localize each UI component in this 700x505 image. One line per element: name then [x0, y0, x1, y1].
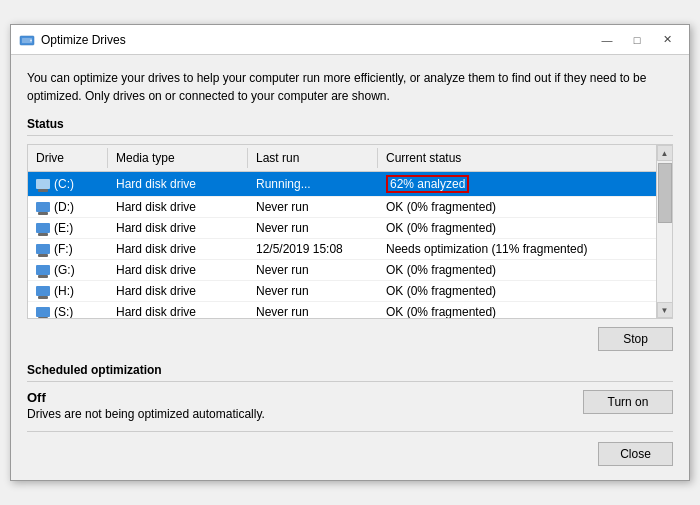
status-cell: OK (0% fragmented)	[378, 302, 656, 318]
table-row[interactable]: (S:) Hard disk drive Never run OK (0% fr…	[28, 302, 656, 318]
last-run-cell: Never run	[248, 197, 378, 217]
last-run-cell: Never run	[248, 281, 378, 301]
status-cell: OK (0% fragmented)	[378, 281, 656, 301]
drive-cell: (S:)	[28, 302, 108, 318]
main-content: You can optimize your drives to help you…	[11, 55, 689, 480]
scheduled-label: Scheduled optimization	[27, 363, 673, 377]
table-body: (C:) Hard disk drive Running... 62% anal…	[28, 172, 656, 318]
last-run-cell: Never run	[248, 218, 378, 238]
status-highlight: 62% analyzed	[386, 175, 469, 193]
drive-cell: (H:)	[28, 281, 108, 301]
optimize-drives-window: Optimize Drives — □ ✕ You can optimize y…	[10, 24, 690, 481]
drive-icon	[36, 244, 50, 254]
drive-cell: (F:)	[28, 239, 108, 259]
col-last-run: Last run	[248, 148, 378, 168]
table-scrollbar[interactable]: ▲ ▼	[656, 145, 672, 318]
scroll-thumb[interactable]	[658, 163, 672, 223]
close-title-button[interactable]: ✕	[653, 29, 681, 51]
svg-point-2	[30, 39, 32, 41]
drive-icon	[36, 286, 50, 296]
status-cell: OK (0% fragmented)	[378, 218, 656, 238]
window-title: Optimize Drives	[41, 33, 126, 47]
drives-table: Drive Media type Last run Current status…	[27, 144, 673, 319]
bottom-row: Close	[27, 431, 673, 466]
table-row[interactable]: (F:) Hard disk drive 12/5/2019 15:08 Nee…	[28, 239, 656, 260]
title-bar-left: Optimize Drives	[19, 32, 126, 48]
turn-on-button[interactable]: Turn on	[583, 390, 673, 414]
drive-icon	[36, 179, 50, 189]
status-cell: 62% analyzed	[378, 172, 656, 196]
last-run-cell: Never run	[248, 260, 378, 280]
scroll-down-arrow[interactable]: ▼	[657, 302, 673, 318]
drive-cell: (C:)	[28, 172, 108, 196]
last-run-cell: 12/5/2019 15:08	[248, 239, 378, 259]
media-type-cell: Hard disk drive	[108, 239, 248, 259]
drive-icon	[36, 265, 50, 275]
description-text: You can optimize your drives to help you…	[27, 69, 673, 105]
col-drive: Drive	[28, 148, 108, 168]
status-cell: Needs optimization (11% fragmented)	[378, 239, 656, 259]
table-row[interactable]: (E:) Hard disk drive Never run OK (0% fr…	[28, 218, 656, 239]
media-type-cell: Hard disk drive	[108, 302, 248, 318]
col-current-status: Current status	[378, 148, 656, 168]
table-row[interactable]: (D:) Hard disk drive Never run OK (0% fr…	[28, 197, 656, 218]
maximize-button[interactable]: □	[623, 29, 651, 51]
col-media-type: Media type	[108, 148, 248, 168]
status-cell: OK (0% fragmented)	[378, 197, 656, 217]
scheduled-status: Off	[27, 390, 265, 405]
stop-button[interactable]: Stop	[598, 327, 673, 351]
scheduled-description: Drives are not being optimized automatic…	[27, 407, 265, 421]
drive-optimize-icon	[19, 32, 35, 48]
drive-cell: (E:)	[28, 218, 108, 238]
scheduled-header: Off Drives are not being optimized autom…	[27, 390, 673, 421]
scheduled-section: Scheduled optimization Off Drives are no…	[27, 363, 673, 421]
stop-button-row: Stop	[27, 327, 673, 351]
scheduled-divider	[27, 381, 673, 382]
title-bar-controls: — □ ✕	[593, 29, 681, 51]
media-type-cell: Hard disk drive	[108, 260, 248, 280]
media-type-cell: Hard disk drive	[108, 197, 248, 217]
last-run-cell: Never run	[248, 302, 378, 318]
close-button[interactable]: Close	[598, 442, 673, 466]
media-type-cell: Hard disk drive	[108, 281, 248, 301]
table-inner: Drive Media type Last run Current status…	[28, 145, 656, 318]
last-run-cell: Running...	[248, 172, 378, 196]
drive-cell: (G:)	[28, 260, 108, 280]
minimize-button[interactable]: —	[593, 29, 621, 51]
table-row[interactable]: (G:) Hard disk drive Never run OK (0% fr…	[28, 260, 656, 281]
drive-icon	[36, 202, 50, 212]
status-divider	[27, 135, 673, 136]
drive-cell: (D:)	[28, 197, 108, 217]
table-row[interactable]: (H:) Hard disk drive Never run OK (0% fr…	[28, 281, 656, 302]
scheduled-info: Off Drives are not being optimized autom…	[27, 390, 265, 421]
drive-icon	[36, 307, 50, 317]
title-bar: Optimize Drives — □ ✕	[11, 25, 689, 55]
media-type-cell: Hard disk drive	[108, 172, 248, 196]
table-header: Drive Media type Last run Current status	[28, 145, 656, 172]
drive-icon	[36, 223, 50, 233]
media-type-cell: Hard disk drive	[108, 218, 248, 238]
table-row[interactable]: (C:) Hard disk drive Running... 62% anal…	[28, 172, 656, 197]
status-cell: OK (0% fragmented)	[378, 260, 656, 280]
status-label: Status	[27, 117, 673, 131]
scroll-up-arrow[interactable]: ▲	[657, 145, 673, 161]
